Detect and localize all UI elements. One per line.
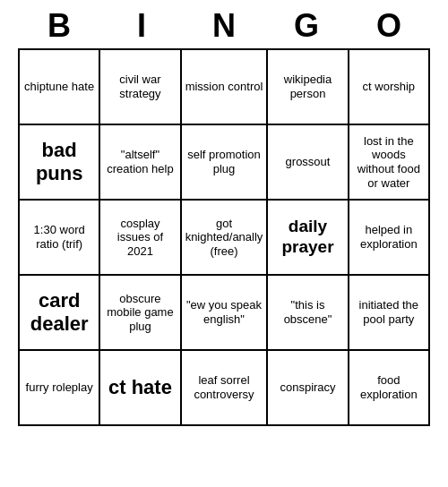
bingo-cell-6[interactable]: "altself" creation help (100, 125, 181, 201)
bingo-grid: chiptune hatecivil war strategymission c… (18, 48, 430, 426)
bingo-cell-22[interactable]: leaf sorrel controversy (182, 351, 269, 426)
bingo-cell-1[interactable]: civil war strategy (100, 50, 181, 125)
bingo-cell-8[interactable]: grossout (268, 125, 349, 201)
bingo-cell-12[interactable]: got knighted/anally (free) (182, 201, 269, 276)
bingo-cell-11[interactable]: cosplay issues of 2021 (100, 201, 181, 276)
bingo-cell-21[interactable]: ct hate (100, 351, 181, 426)
bingo-cell-15[interactable]: card dealer (20, 276, 100, 351)
bingo-cell-18[interactable]: "this is obscene" (268, 276, 349, 351)
bingo-cell-13[interactable]: daily prayer (268, 201, 349, 276)
bingo-cell-4[interactable]: ct worship (349, 50, 430, 125)
bingo-cell-16[interactable]: obscure mobile game plug (100, 276, 181, 351)
bingo-header: B I N G O (18, 0, 430, 48)
bingo-cell-14[interactable]: helped in exploration (349, 201, 430, 276)
bingo-cell-24[interactable]: food exploration (349, 351, 430, 426)
bingo-cell-3[interactable]: wikipedia person (268, 50, 349, 125)
letter-i: I (104, 7, 179, 45)
letter-g: G (269, 7, 344, 45)
bingo-cell-0[interactable]: chiptune hate (20, 50, 100, 125)
bingo-cell-17[interactable]: "ew you speak english" (182, 276, 269, 351)
bingo-cell-5[interactable]: bad puns (20, 125, 100, 201)
bingo-cell-19[interactable]: initiated the pool party (349, 276, 430, 351)
bingo-cell-20[interactable]: furry roleplay (20, 351, 100, 426)
bingo-cell-9[interactable]: lost in the woods without food or water (349, 125, 430, 201)
bingo-cell-10[interactable]: 1:30 word ratio (trif) (20, 201, 100, 276)
letter-o: O (351, 7, 426, 45)
bingo-cell-7[interactable]: self promotion plug (182, 125, 269, 201)
letter-n: N (186, 7, 262, 45)
letter-b: B (22, 7, 97, 45)
bingo-cell-2[interactable]: mission control (182, 50, 269, 125)
bingo-cell-23[interactable]: conspiracy (268, 351, 349, 426)
